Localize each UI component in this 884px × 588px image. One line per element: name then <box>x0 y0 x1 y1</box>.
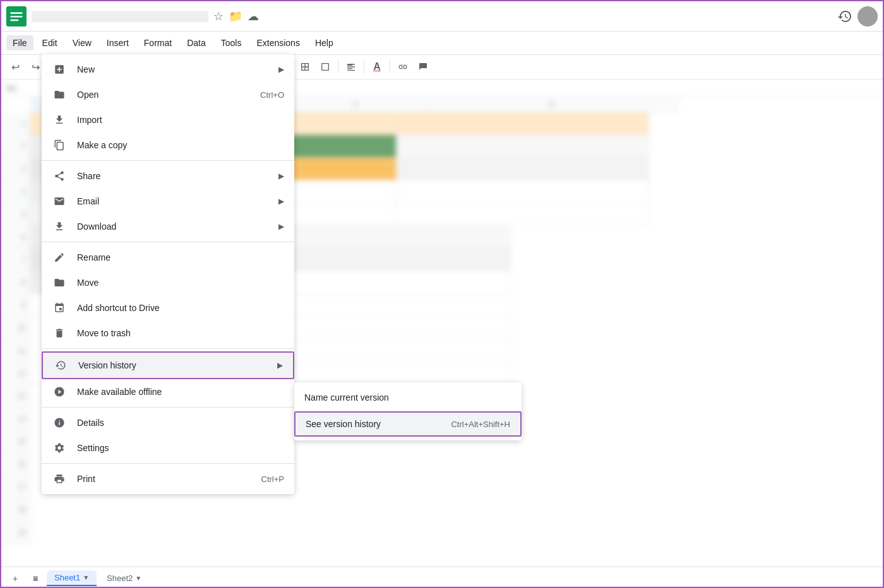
menu-item-data[interactable]: Data <box>181 35 212 50</box>
open-icon <box>52 87 67 102</box>
cloud-icon[interactable]: ☁ <box>248 9 259 23</box>
version-history-arrow-icon: ▶ <box>277 361 283 370</box>
main-layout: ☆ 📁 ☁ File Edit View Insert Format D <box>1 1 883 588</box>
menu-entry-import[interactable]: Import <box>42 107 294 132</box>
svg-rect-1 <box>10 12 22 13</box>
col-header-c[interactable]: C <box>287 97 426 112</box>
menu-entry-trash[interactable]: Move to trash <box>42 320 294 346</box>
menu-item-file[interactable]: File <box>6 35 33 50</box>
menu-entry-settings[interactable]: Settings <box>42 435 294 461</box>
menu-divider-4 <box>42 407 294 408</box>
import-label: Import <box>77 115 284 125</box>
menu-divider-1 <box>42 160 294 161</box>
row-header-4: 4 <box>1 180 30 203</box>
row-header-1: 1 <box>1 112 30 135</box>
col-header-d[interactable]: D <box>426 97 678 112</box>
menu-item-help[interactable]: Help <box>309 35 340 50</box>
menu-entry-shortcut[interactable]: Add shortcut to Drive <box>42 295 294 320</box>
sheet2-label: Sheet2 <box>107 573 133 583</box>
doc-title <box>32 11 208 22</box>
download-icon <box>52 219 67 234</box>
toolbar-divider-7 <box>364 61 364 73</box>
menu-entry-download[interactable]: Download ▶ <box>42 214 294 239</box>
row-header-6: 6 <box>1 226 30 249</box>
new-label: New <box>77 64 273 74</box>
trash-label: Move to trash <box>77 328 284 338</box>
new-icon <box>52 62 67 77</box>
row-header-15: 15 <box>1 430 30 453</box>
open-label: Open <box>77 90 250 100</box>
offline-icon <box>52 384 67 399</box>
shortcut-label: Add shortcut to Drive <box>77 303 284 313</box>
menu-entry-version-history[interactable]: Version history ▶ <box>42 351 294 379</box>
settings-icon <box>52 440 67 456</box>
print-label: Print <box>77 474 251 484</box>
sheet2-dropdown-icon[interactable]: ▼ <box>135 575 141 582</box>
align-button[interactable] <box>342 58 360 76</box>
menu-divider-2 <box>42 242 294 242</box>
insert-comment-button[interactable] <box>414 58 432 76</box>
toolbar-divider-6 <box>338 61 338 73</box>
menu-entry-rename[interactable]: Rename <box>42 245 294 270</box>
rename-label: Rename <box>77 252 284 262</box>
submenu-see-history[interactable]: See version history Ctrl+Alt+Shift+H <box>294 411 522 437</box>
menu-divider-3 <box>42 348 294 349</box>
menu-entry-share[interactable]: Share ▶ <box>42 163 294 189</box>
submenu-name-version[interactable]: Name current version <box>294 385 522 410</box>
sheet-tab-sheet1[interactable]: Sheet1 ▼ <box>47 570 97 586</box>
row-headers: 1 2 3 4 5 6 7 8 9 10 11 12 13 14 15 16 1… <box>1 112 30 544</box>
cell-d2[interactable] <box>397 135 649 158</box>
menu-divider-5 <box>42 463 294 464</box>
print-icon <box>52 471 67 486</box>
menu-item-insert[interactable]: Insert <box>100 35 135 50</box>
row-header-2: 2 <box>1 135 30 158</box>
folder-icon[interactable]: 📁 <box>229 9 242 23</box>
cell-d5[interactable] <box>397 203 649 226</box>
sheet-list-button[interactable]: ≡ <box>27 570 44 587</box>
menu-entry-new[interactable]: New ▶ <box>42 57 294 82</box>
details-icon <box>52 415 67 430</box>
new-arrow-icon: ▶ <box>278 65 284 74</box>
share-label: Share <box>77 171 273 181</box>
user-avatar[interactable] <box>857 6 878 26</box>
menu-item-tools[interactable]: Tools <box>215 35 248 50</box>
history-icon[interactable] <box>837 9 852 24</box>
undo-button[interactable]: ↩ <box>6 58 24 76</box>
print-shortcut: Ctrl+P <box>261 474 284 484</box>
menu-item-edit[interactable]: Edit <box>36 35 64 50</box>
text-color-button[interactable]: A <box>368 58 386 76</box>
menu-entry-open[interactable]: Open Ctrl+O <box>42 82 294 107</box>
menu-item-format[interactable]: Format <box>138 35 178 50</box>
menu-item-view[interactable]: View <box>66 35 98 50</box>
top-right-area <box>837 6 878 26</box>
sheets-logo-icon <box>6 6 27 26</box>
menu-entry-details[interactable]: Details <box>42 410 294 435</box>
row-header-9: 9 <box>1 294 30 317</box>
copy-icon <box>52 138 67 153</box>
add-sheet-button[interactable]: + <box>6 570 24 587</box>
menu-entry-print[interactable]: Print Ctrl+P <box>42 466 294 491</box>
see-history-shortcut: Ctrl+Alt+Shift+H <box>451 420 510 429</box>
download-arrow-icon: ▶ <box>278 222 284 231</box>
cell-d1[interactable] <box>397 112 649 135</box>
download-label: Download <box>77 221 273 232</box>
sheet-tab-sheet2[interactable]: Sheet2 ▼ <box>99 571 149 585</box>
insert-link-button[interactable] <box>394 58 412 76</box>
cell-d4[interactable] <box>397 180 649 203</box>
star-icon[interactable]: ☆ <box>213 9 224 23</box>
menu-entry-offline[interactable]: Make available offline <box>42 379 294 404</box>
move-icon <box>52 275 67 290</box>
copy-label: Make a copy <box>77 140 284 150</box>
menu-item-extensions[interactable]: Extensions <box>250 35 306 50</box>
borders-button[interactable] <box>296 58 314 76</box>
menu-entry-copy[interactable]: Make a copy <box>42 132 294 158</box>
sheet1-dropdown-icon[interactable]: ▼ <box>83 574 89 581</box>
row-header-5: 5 <box>1 203 30 226</box>
rename-icon <box>52 250 67 265</box>
menu-entry-email[interactable]: Email ▶ <box>42 189 294 214</box>
cell-d3[interactable] <box>397 158 649 180</box>
offline-label: Make available offline <box>77 387 284 397</box>
merge-cells-button[interactable] <box>316 58 334 76</box>
menu-entry-move[interactable]: Move <box>42 270 294 295</box>
version-history-icon <box>53 358 68 373</box>
